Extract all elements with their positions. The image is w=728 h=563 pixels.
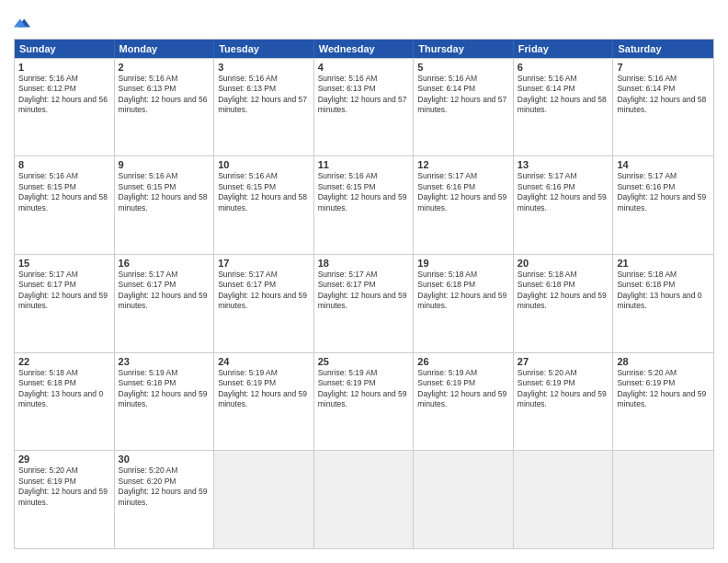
day-info: Sunrise: 5:17 AMSunset: 6:16 PMDaylight:… <box>417 171 509 213</box>
day-info: Sunrise: 5:17 AMSunset: 6:17 PMDaylight:… <box>119 270 210 312</box>
calendar-row-3: 15 Sunrise: 5:17 AMSunset: 6:17 PMDaylig… <box>15 254 713 352</box>
day-info: Sunrise: 5:19 AMSunset: 6:19 PMDaylight:… <box>218 368 310 410</box>
calendar-cell: 12 Sunrise: 5:17 AMSunset: 6:16 PMDaylig… <box>414 156 514 254</box>
calendar-cell: 27 Sunrise: 5:20 AMSunset: 6:19 PMDaylig… <box>514 353 614 451</box>
day-number: 29 <box>18 454 110 465</box>
calendar-cell: 30 Sunrise: 5:20 AMSunset: 6:20 PMDaylig… <box>115 451 215 548</box>
day-number: 15 <box>18 258 110 269</box>
calendar-cell: 18 Sunrise: 5:17 AMSunset: 6:17 PMDaylig… <box>314 255 415 352</box>
calendar-header: SundayMondayTuesdayWednesdayThursdayFrid… <box>15 40 713 58</box>
calendar-cell <box>514 451 614 548</box>
calendar-cell: 17 Sunrise: 5:17 AMSunset: 6:17 PMDaylig… <box>214 255 314 352</box>
calendar-row-4: 22 Sunrise: 5:18 AMSunset: 6:18 PMDaylig… <box>15 352 713 451</box>
header-cell-friday: Friday <box>514 40 614 58</box>
day-info: Sunrise: 5:20 AMSunset: 6:20 PMDaylight:… <box>119 465 210 508</box>
calendar-cell: 4 Sunrise: 5:16 AMSunset: 6:13 PMDayligh… <box>314 59 415 156</box>
day-info: Sunrise: 5:16 AMSunset: 6:13 PMDaylight:… <box>119 74 210 116</box>
day-number: 17 <box>218 258 310 269</box>
day-info: Sunrise: 5:16 AMSunset: 6:14 PMDaylight:… <box>417 74 509 116</box>
day-info: Sunrise: 5:20 AMSunset: 6:19 PMDaylight:… <box>617 368 710 410</box>
calendar-cell: 10 Sunrise: 5:16 AMSunset: 6:15 PMDaylig… <box>214 156 314 254</box>
logo-icon <box>14 15 30 31</box>
day-info: Sunrise: 5:19 AMSunset: 6:19 PMDaylight:… <box>318 368 410 410</box>
calendar-row-2: 8 Sunrise: 5:16 AMSunset: 6:15 PMDayligh… <box>15 155 713 254</box>
day-info: Sunrise: 5:17 AMSunset: 6:17 PMDaylight:… <box>318 270 410 312</box>
day-info: Sunrise: 5:16 AMSunset: 6:13 PMDaylight:… <box>218 74 310 116</box>
calendar-cell <box>314 451 415 548</box>
day-number: 18 <box>318 258 410 269</box>
day-info: Sunrise: 5:16 AMSunset: 6:15 PMDaylight:… <box>18 171 110 213</box>
calendar-cell <box>214 451 314 548</box>
header-cell-sunday: Sunday <box>15 40 115 58</box>
day-number: 26 <box>417 356 509 367</box>
calendar-cell: 24 Sunrise: 5:19 AMSunset: 6:19 PMDaylig… <box>214 353 314 451</box>
calendar-row-5: 29 Sunrise: 5:20 AMSunset: 6:19 PMDaylig… <box>15 450 713 548</box>
header <box>14 14 714 31</box>
day-number: 11 <box>318 159 410 170</box>
header-cell-wednesday: Wednesday <box>314 40 415 58</box>
day-number: 30 <box>119 454 210 465</box>
calendar-cell: 25 Sunrise: 5:19 AMSunset: 6:19 PMDaylig… <box>314 353 415 451</box>
calendar-cell: 13 Sunrise: 5:17 AMSunset: 6:16 PMDaylig… <box>514 156 614 254</box>
day-number: 4 <box>318 62 410 73</box>
calendar-cell: 8 Sunrise: 5:16 AMSunset: 6:15 PMDayligh… <box>15 156 115 254</box>
day-number: 20 <box>518 258 609 269</box>
day-info: Sunrise: 5:16 AMSunset: 6:14 PMDaylight:… <box>518 74 609 116</box>
day-number: 8 <box>18 159 110 170</box>
day-info: Sunrise: 5:16 AMSunset: 6:15 PMDaylight:… <box>318 171 410 213</box>
day-number: 10 <box>218 159 310 170</box>
day-number: 22 <box>18 356 110 367</box>
day-info: Sunrise: 5:20 AMSunset: 6:19 PMDaylight:… <box>18 465 110 508</box>
calendar-cell: 26 Sunrise: 5:19 AMSunset: 6:19 PMDaylig… <box>414 353 514 451</box>
day-number: 12 <box>417 159 509 170</box>
day-info: Sunrise: 5:17 AMSunset: 6:16 PMDaylight:… <box>518 171 609 213</box>
day-number: 5 <box>417 62 509 73</box>
calendar-cell: 21 Sunrise: 5:18 AMSunset: 6:18 PMDaylig… <box>613 255 713 352</box>
day-info: Sunrise: 5:18 AMSunset: 6:18 PMDaylight:… <box>417 270 509 312</box>
calendar-cell: 29 Sunrise: 5:20 AMSunset: 6:19 PMDaylig… <box>15 451 115 548</box>
day-number: 14 <box>617 159 710 170</box>
day-info: Sunrise: 5:19 AMSunset: 6:18 PMDaylight:… <box>119 368 210 410</box>
logo <box>14 14 30 31</box>
calendar-cell: 20 Sunrise: 5:18 AMSunset: 6:18 PMDaylig… <box>514 255 614 352</box>
day-info: Sunrise: 5:18 AMSunset: 6:18 PMDaylight:… <box>617 270 710 312</box>
header-cell-saturday: Saturday <box>613 40 713 58</box>
day-info: Sunrise: 5:17 AMSunset: 6:17 PMDaylight:… <box>218 270 310 312</box>
day-number: 27 <box>518 356 609 367</box>
day-info: Sunrise: 5:19 AMSunset: 6:19 PMDaylight:… <box>417 368 509 410</box>
header-cell-thursday: Thursday <box>414 40 514 58</box>
day-info: Sunrise: 5:16 AMSunset: 6:15 PMDaylight:… <box>218 171 310 213</box>
calendar-cell <box>414 451 514 548</box>
day-number: 19 <box>417 258 509 269</box>
calendar-cell: 28 Sunrise: 5:20 AMSunset: 6:19 PMDaylig… <box>613 353 713 451</box>
calendar-cell: 9 Sunrise: 5:16 AMSunset: 6:15 PMDayligh… <box>115 156 215 254</box>
page: SundayMondayTuesdayWednesdayThursdayFrid… <box>0 0 728 563</box>
calendar-cell <box>613 451 713 548</box>
day-number: 24 <box>218 356 310 367</box>
header-cell-monday: Monday <box>115 40 215 58</box>
calendar-cell: 3 Sunrise: 5:16 AMSunset: 6:13 PMDayligh… <box>214 59 314 156</box>
calendar: SundayMondayTuesdayWednesdayThursdayFrid… <box>14 39 714 549</box>
day-number: 28 <box>617 356 710 367</box>
calendar-cell: 1 Sunrise: 5:16 AMSunset: 6:12 PMDayligh… <box>15 59 115 156</box>
day-number: 1 <box>18 62 110 73</box>
day-info: Sunrise: 5:16 AMSunset: 6:12 PMDaylight:… <box>18 74 110 116</box>
day-number: 6 <box>518 62 609 73</box>
header-cell-tuesday: Tuesday <box>214 40 314 58</box>
day-number: 13 <box>518 159 609 170</box>
calendar-cell: 19 Sunrise: 5:18 AMSunset: 6:18 PMDaylig… <box>414 255 514 352</box>
day-number: 25 <box>318 356 410 367</box>
calendar-cell: 6 Sunrise: 5:16 AMSunset: 6:14 PMDayligh… <box>514 59 614 156</box>
calendar-cell: 23 Sunrise: 5:19 AMSunset: 6:18 PMDaylig… <box>115 353 215 451</box>
day-number: 7 <box>617 62 710 73</box>
day-info: Sunrise: 5:16 AMSunset: 6:15 PMDaylight:… <box>119 171 210 213</box>
calendar-row-1: 1 Sunrise: 5:16 AMSunset: 6:12 PMDayligh… <box>15 58 713 156</box>
calendar-cell: 16 Sunrise: 5:17 AMSunset: 6:17 PMDaylig… <box>115 255 215 352</box>
day-number: 9 <box>119 159 210 170</box>
day-info: Sunrise: 5:17 AMSunset: 6:16 PMDaylight:… <box>617 171 710 213</box>
calendar-cell: 7 Sunrise: 5:16 AMSunset: 6:14 PMDayligh… <box>613 59 713 156</box>
calendar-body: 1 Sunrise: 5:16 AMSunset: 6:12 PMDayligh… <box>15 58 713 548</box>
day-number: 21 <box>617 258 710 269</box>
day-number: 2 <box>119 62 210 73</box>
calendar-cell: 2 Sunrise: 5:16 AMSunset: 6:13 PMDayligh… <box>115 59 215 156</box>
